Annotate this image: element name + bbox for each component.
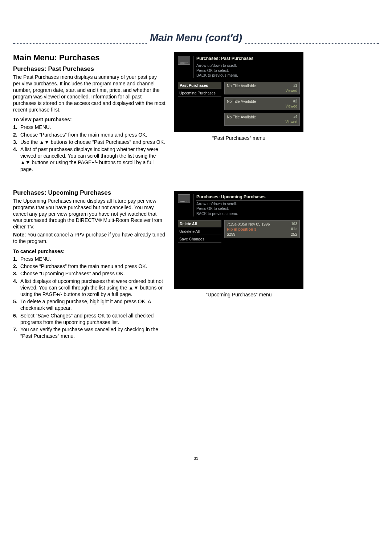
sidebar-item-upcoming[interactable]: Upcoming Purchases xyxy=(178,90,221,97)
directv-logo-icon xyxy=(178,56,190,65)
subsection-heading-upcoming: Purchases: Upcoming Purchases xyxy=(13,189,166,197)
page-title: Main Menu (cont'd) xyxy=(148,32,244,44)
step: Select “Save Changes” and press OK to ca… xyxy=(13,312,166,325)
step: Press MENU. xyxy=(13,256,166,262)
step: Choose “Purchases” from the main menu an… xyxy=(13,131,166,138)
steps-past: Press MENU. Choose “Purchases” from the … xyxy=(13,124,166,172)
sidebar-item-undelete-all[interactable]: Undelete All xyxy=(178,228,221,235)
section-heading: Main Menu: Purchases xyxy=(13,53,166,62)
note-upcoming: Note: You cannot cancel a PPV purchase i… xyxy=(13,232,166,245)
screenshot-past-purchases: Purchases: Past Purchases Arrow up/down … xyxy=(174,52,303,132)
step: You can verify the purchase was cancelle… xyxy=(13,326,166,339)
sidebar-item-delete-all[interactable]: Delete All xyxy=(178,220,221,227)
step: Use the ▲▼ buttons to choose “Past Purch… xyxy=(13,139,166,145)
step: To delete a pending purchase, highlight … xyxy=(13,298,166,311)
page-number: 31 xyxy=(13,456,379,461)
step: Choose “Purchases” from the main menu an… xyxy=(13,263,166,270)
screen-title: Purchases: Upcoming Purchases xyxy=(196,194,300,200)
subsection-heading-past: Purchases: Past Purchases xyxy=(13,65,166,73)
sidebar-item-past[interactable]: Past Purchases xyxy=(178,82,221,89)
steps-upcoming: Press MENU. Choose “Purchases” from the … xyxy=(13,256,166,339)
purchase-card[interactable]: No Title Available#1 Viewed xyxy=(224,82,300,94)
howto-label-upcoming: To cancel purchases: xyxy=(13,248,166,254)
purchase-card[interactable]: No Title Available#2 Viewed xyxy=(224,97,300,110)
screen-title: Purchases: Past Purchases xyxy=(196,56,300,62)
step: A list displays of upcoming purchases th… xyxy=(13,278,166,298)
screenshot-upcoming-purchases: Purchases: Upcoming Purchases Arrow up/d… xyxy=(174,191,303,289)
howto-label-past: To view past purchases: xyxy=(13,117,166,122)
step: Press MENU. xyxy=(13,124,166,130)
paragraph-past: The Past Purchases menu displays a summa… xyxy=(13,74,166,113)
screenshot-caption-upcoming: “Upcoming Purchases” menu xyxy=(174,292,303,297)
sidebar-item-save-changes[interactable]: Save Changes xyxy=(178,236,221,243)
hint-lines: Arrow up/down to scroll. Press OK to sel… xyxy=(196,202,300,216)
hint-lines: Arrow up/down to scroll. Press OK to sel… xyxy=(196,63,300,78)
screenshot-caption-past: “Past Purchases” menu xyxy=(174,135,303,141)
step: A list of past purchases displays indica… xyxy=(13,146,166,173)
upcoming-purchase-card[interactable]: 7:15a-8:35a Nov 05 1996 103 Pip in posit… xyxy=(224,220,300,238)
directv-logo-icon xyxy=(178,194,190,203)
paragraph-upcoming: The Upcoming Purchases menu displays all… xyxy=(13,198,166,231)
step: Choose “Upcoming Purchases” and press OK… xyxy=(13,270,166,277)
purchase-card[interactable]: No Title Available#4 Viewed xyxy=(224,113,300,126)
